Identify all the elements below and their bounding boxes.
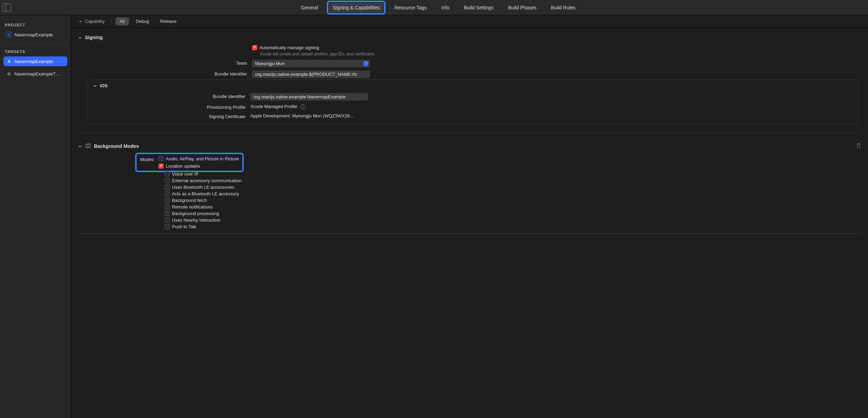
test-target-icon: ⊕ [6,71,12,77]
chevron-down-icon [78,144,82,148]
signing-cert-label: Signing Certificate [93,113,245,119]
mode-proc-label: Background processing [172,211,219,216]
auto-manage-signing-label: Automatically manage signing [259,45,319,50]
mode-remote-label: Remote notifications [172,204,213,210]
modes-list-highlighted: Audio, AirPlay, and Picture in Picture L… [158,156,239,169]
mode-voip[interactable]: Voice over IP [165,171,199,177]
mode-ext-label: External accessory communication [172,178,242,183]
mode-location[interactable]: Location updates [158,163,239,169]
mode-ble-act-cb[interactable] [165,191,170,196]
bundle-id-field[interactable]: org.reactjs.native.example.$(PRODUCT_NAM… [252,71,370,78]
app-icon: A [6,59,12,64]
sidebar-toggle-icon[interactable] [3,3,11,12]
background-modes-header[interactable]: Background Modes [78,140,861,154]
plus-icon: ＋ [78,18,83,25]
sidebar-project-header: PROJECT [3,23,67,27]
main-tabbar: General Signing & Capabilities Resource … [0,0,868,15]
ios-bundle-value: org.reactjs.native.example.NavermapExamp… [253,94,346,99]
signing-cert-value: Apple Development: Myeongju Mun (WQZ3WX2… [250,113,354,118]
seg-debug[interactable]: Debug [132,17,153,25]
mode-fetch-label: Background fetch [172,198,207,203]
sidebar-separator [3,44,67,44]
project-icon: A [6,32,12,37]
signing-form: Automatically manage signing Xcode will … [78,45,861,78]
mode-ext-accessory[interactable]: External accessory communication [165,178,242,183]
section-divider [78,233,861,234]
mode-remote-cb[interactable] [165,204,170,210]
sidebar-project-item[interactable]: A NavermapExample [3,30,67,39]
sidebar-targets-header: TARGETS [3,50,67,54]
ios-header[interactable]: iOS [93,83,853,90]
background-modes-title: Background Modes [94,143,139,149]
mode-ext-cb[interactable] [165,178,170,183]
signing-header[interactable]: Signing [78,32,861,45]
delete-capability-button[interactable] [856,143,861,149]
mode-location-cb[interactable] [158,163,164,169]
ios-card: iOS Bundle Identifier org.reactjs.native… [88,79,858,124]
mode-audio-cb[interactable] [158,156,164,161]
project-name: NavermapExample [15,32,53,37]
sub-toolbar: ＋ Capability All Debug Release [71,15,868,28]
prov-profile-value: Xcode Managed Profile [250,104,297,109]
mode-nearby[interactable]: Uses Nearby Interaction [165,217,220,223]
mode-ble-use-cb[interactable] [165,185,170,190]
tab-signing-capabilities[interactable]: Signing & Capabilities [329,3,383,12]
auto-manage-signing-checkbox[interactable]: Automatically manage signing [252,45,319,50]
chevron-down-icon [93,84,97,88]
tab-info[interactable]: Info [438,3,453,12]
mode-ble-use[interactable]: Uses Bluetooth LE accessories [165,185,234,190]
separator [111,18,111,25]
config-segment: All Debug Release [115,17,181,25]
target-label: NavermapExample [15,59,53,64]
mode-ble-use-label: Uses Bluetooth LE accessories [172,185,234,190]
mode-fetch-cb[interactable] [165,198,170,203]
chevron-down-icon [78,35,82,39]
section-signing: Signing Automatically manage signing Xco… [71,28,868,130]
tab-build-phases[interactable]: Build Phases [505,3,540,12]
mode-ble-act-label: Acts as a Bluetooth LE accessory [172,191,239,196]
auto-manage-signing-cb[interactable] [252,45,257,50]
capability-label: Capability [85,19,105,24]
mode-ptt[interactable]: Push to Talk [165,224,197,229]
section-divider [78,133,861,133]
team-label: Team [81,60,247,66]
mode-voip-cb[interactable] [165,171,170,177]
mode-proc-cb[interactable] [165,211,170,216]
sidebar: PROJECT A NavermapExample TARGETS A Nave… [0,15,71,418]
modes-text: Modes [140,156,154,162]
mode-audio-label: Audio, AirPlay, and Picture in Picture [166,156,239,161]
seg-release[interactable]: Release [156,17,181,25]
mode-ptt-cb[interactable] [165,224,170,229]
sidebar-target-navermapexample-tests[interactable]: ⊕ NavermapExampleT… [3,69,67,79]
mode-ptt-label: Push to Talk [172,224,197,229]
ios-bundle-field[interactable]: org.reactjs.native.example.NavermapExamp… [250,93,368,100]
tab-resource-tags[interactable]: Resource Tags [391,3,430,12]
mode-fetch[interactable]: Background fetch [165,198,207,203]
mode-ble-act[interactable]: Acts as a Bluetooth LE accessory [165,191,239,196]
sidebar-target-navermapexample[interactable]: A NavermapExample [3,56,67,66]
empty-label [81,45,247,46]
ios-bundle-label: Bundle Identifier [93,93,245,99]
tab-general[interactable]: General [297,3,322,12]
add-capability-button[interactable]: ＋ Capability [76,17,107,26]
content: ＋ Capability All Debug Release Signing [71,15,868,418]
mode-remote[interactable]: Remote notifications [165,204,213,210]
tab-build-rules[interactable]: Build Rules [548,3,579,12]
mode-processing[interactable]: Background processing [165,211,219,216]
mode-voip-label: Voice over IP [172,171,199,177]
bundle-id-value: org.reactjs.native.example.$(PRODUCT_NAM… [255,72,357,77]
mode-audio[interactable]: Audio, AirPlay, and Picture in Picture [158,156,239,161]
modes-label: Modes Audio, AirPlay, and Picture in Pic… [81,154,240,170]
tab-build-settings[interactable]: Build Settings [460,3,497,12]
mode-nearby-cb[interactable] [165,217,170,223]
prov-profile-label: Provisioning Profile [93,104,245,110]
seg-all[interactable]: All [115,17,129,25]
auto-manage-hint: Xcode will create and update profiles, a… [252,52,376,56]
mode-location-label: Location updates [166,163,200,169]
target-label: NavermapExampleT… [15,71,60,77]
team-value: Myeongju Mun [255,61,285,66]
info-icon[interactable]: i [301,104,305,109]
highlight-signing-tab: Signing & Capabilities [327,1,385,15]
team-select[interactable]: Myeongju Mun [252,60,370,67]
tabs-center: General Signing & Capabilities Resource … [11,3,865,12]
